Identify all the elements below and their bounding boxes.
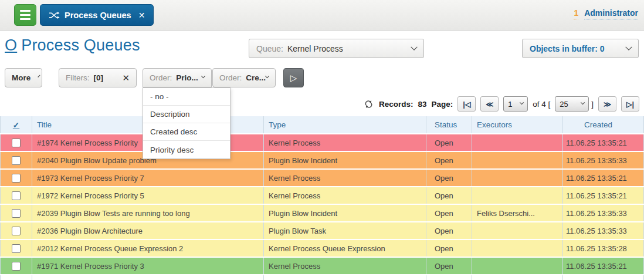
table-row[interactable]: #1971 Kernel Process Priority 3 Kernel P… <box>0 258 644 274</box>
cell-created: 11.06.25 13:35:33 <box>563 152 644 168</box>
prev-page-button[interactable]: ≪ <box>480 96 499 112</box>
row-checkbox[interactable] <box>12 156 21 165</box>
page-label: Page: <box>431 100 453 109</box>
queue-label: Queue: <box>256 44 283 53</box>
cell-type: Kernel Process Queue Expression <box>264 240 426 257</box>
table-row[interactable]: #2040 Plugin Blow Update problem Plugin … <box>0 152 644 168</box>
dropdown-option-description[interactable]: Description <box>143 106 230 123</box>
first-page-button[interactable]: |◁ <box>457 96 476 112</box>
refresh-icon[interactable] <box>364 100 373 109</box>
row-checkbox[interactable] <box>12 191 21 200</box>
buffer-dropdown[interactable]: Objects in buffer: 0 <box>522 39 639 58</box>
header-type[interactable]: Type <box>264 116 426 133</box>
table-row[interactable]: #2036 Plugin Blow Architecture Plugin Bl… <box>0 222 644 239</box>
dropdown-option-priority-desc[interactable]: Priority desc <box>143 141 230 158</box>
table-row[interactable]: #2039 Plugin Blow Tests are running too … <box>0 205 644 221</box>
cell-type: Plugin Blow Incident <box>264 152 426 168</box>
filters-label: Filters: <box>66 73 90 82</box>
page-size-select[interactable]: 25 <box>555 96 589 112</box>
shuffle-icon <box>49 11 60 19</box>
table-row[interactable]: #1972 Kernel Process Priority 5 Kernel P… <box>0 187 644 204</box>
table-row[interactable]: #2012 Kernel Process Queue Expression 2 … <box>0 240 644 257</box>
row-checkbox[interactable] <box>12 209 21 218</box>
tab-process-queues[interactable]: Process Queues ✕ <box>40 4 154 26</box>
table-row[interactable]: #1974 Kernel Process Priority Kernel Pro… <box>0 134 644 151</box>
chevron-down-icon <box>581 100 585 104</box>
tab-close-icon[interactable]: ✕ <box>138 11 145 20</box>
pagination-bar: Records: 83 Page: |◁ ≪ 1 of 4 [ 25 ] ≫ ▷… <box>364 95 639 113</box>
order2-value: Cre... <box>246 73 266 82</box>
select-all-link[interactable]: ✓ <box>13 121 19 130</box>
cell-status: Open <box>426 170 472 186</box>
filters-count: [0] <box>94 73 104 82</box>
cell-type: Kernel Process <box>264 170 426 186</box>
chevron-down-icon <box>265 74 269 78</box>
cell-executors <box>472 222 563 239</box>
cell-status: Open <box>426 205 472 221</box>
row-checkbox[interactable] <box>12 262 21 271</box>
tab-label: Process Queues <box>65 11 131 20</box>
cell-status: Open <box>426 222 472 239</box>
header-status[interactable]: Status <box>426 116 472 133</box>
cell-title: #2039 Plugin Blow Tests are running too … <box>32 205 264 221</box>
user-link[interactable]: Administrator <box>584 8 638 19</box>
buffer-count: 0 <box>600 44 605 53</box>
cell-type: Kernel Process <box>264 187 426 204</box>
bracket-close: ] <box>591 100 594 109</box>
cell-title: #2012 Kernel Process Queue Expression 2 <box>32 240 264 257</box>
page-of-text: of 4 [ <box>533 100 550 109</box>
chevron-down-icon <box>38 75 40 77</box>
cell-executors <box>472 152 563 168</box>
cell-created: 11.06.25 13:35:21 <box>563 134 644 151</box>
header-executors[interactable]: Executors <box>472 116 563 133</box>
order1-value: Prio... <box>176 73 198 82</box>
page-select[interactable]: 1 <box>503 96 528 112</box>
cell-executors <box>472 187 563 204</box>
dropdown-option-no[interactable]: - no - <box>143 88 230 106</box>
records-label: Records: <box>379 100 413 109</box>
table-row[interactable]: #1973 Kernel Process Priority 7 Kernel P… <box>0 170 644 186</box>
cell-status: Open <box>426 134 472 151</box>
table-row-partial <box>0 275 644 280</box>
buffer-label: Objects in buffer: <box>530 44 598 53</box>
menu-button[interactable] <box>14 4 36 26</box>
row-checkbox[interactable] <box>12 139 21 147</box>
next-page-button[interactable]: ≫ <box>598 96 616 112</box>
cell-title: #2036 Plugin Blow Architecture <box>32 222 264 239</box>
clear-filters-icon[interactable]: ✕ <box>122 73 130 83</box>
chevron-down-icon <box>520 100 524 104</box>
filters-button[interactable]: Filters: [0] ✕ <box>59 68 137 87</box>
row-checkbox[interactable] <box>12 174 21 183</box>
cell-title: #1971 Kernel Process Priority 3 <box>32 258 264 274</box>
cell-created: 11.06.25 13:35:21 <box>563 258 644 274</box>
cell-title: #1972 Kernel Process Priority 5 <box>32 187 264 204</box>
cell-created: 11.06.25 13:35:21 <box>563 170 644 186</box>
page-title: OProcess Queues <box>5 36 140 55</box>
chevron-down-icon <box>625 43 632 50</box>
cell-type: Plugin Blow Incident <box>264 205 426 221</box>
cell-status: Open <box>426 152 472 168</box>
dropdown-option-created-desc[interactable]: Created desc <box>143 123 230 141</box>
notification-count[interactable]: 1 <box>574 8 578 19</box>
user-area: 1 Administrator <box>574 8 638 19</box>
last-page-button[interactable]: ▷| <box>621 96 639 112</box>
header-created[interactable]: Created <box>563 116 644 133</box>
row-checkbox[interactable] <box>12 227 21 235</box>
order-dropdown-menu: - no - Description Created desc Priority… <box>143 87 231 159</box>
cell-created: 11.06.25 13:35:21 <box>563 187 644 204</box>
topbar: Process Queues ✕ 1 Administrator <box>0 0 644 31</box>
cell-status: Open <box>426 258 472 274</box>
cell-type: Kernel Process <box>264 134 426 151</box>
queue-select[interactable]: Queue: Kernel Process <box>249 39 424 58</box>
run-button[interactable]: ▷ <box>283 68 304 87</box>
order-created-dropdown[interactable]: Order: Cre... <box>212 68 276 87</box>
table-header-row: ✓ Title Type Status Executors Created <box>0 116 644 133</box>
more-button[interactable]: More <box>5 68 42 87</box>
order-priority-dropdown[interactable]: Order: Prio... <box>143 68 212 87</box>
hamburger-icon <box>20 10 30 12</box>
row-checkbox[interactable] <box>12 244 21 253</box>
cell-status: Open <box>426 240 472 257</box>
cell-created: 11.06.25 13:35:33 <box>563 205 644 221</box>
cell-executors <box>472 240 563 257</box>
cell-executors <box>472 170 563 186</box>
